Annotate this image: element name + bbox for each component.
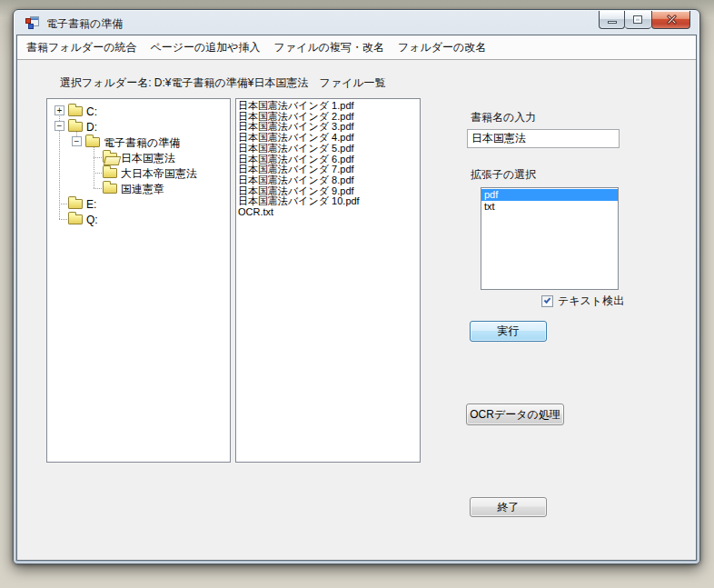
- file-list: 日本国憲法バインダ 1.pdf日本国憲法バインダ 2.pdf日本国憲法バインダ …: [235, 98, 421, 463]
- caption-buttons: [599, 11, 690, 29]
- exit-button[interactable]: 終了: [470, 497, 547, 517]
- book-name-input[interactable]: [467, 129, 620, 148]
- form-client: 書籍フォルダーの統合ページーの追加や挿入ファイルの複写・改名フォルダーの改名 選…: [16, 35, 697, 561]
- tree-node[interactable]: −D:: [47, 119, 230, 135]
- tree-node[interactable]: 日本国憲法: [47, 150, 230, 165]
- tree-node[interactable]: E:: [47, 196, 230, 212]
- folder-icon: [103, 168, 117, 178]
- menu-item[interactable]: ページーの追加や挿入: [144, 36, 265, 59]
- window-title: 電子書籍の準備: [46, 16, 123, 32]
- folder-tree-panel: +C:−D:−電子書籍の準備日本国憲法大日本帝国憲法国連憲章E:Q:: [46, 98, 231, 463]
- folder-icon: [68, 122, 83, 132]
- menu-item[interactable]: 書籍フォルダーの統合: [21, 36, 142, 59]
- folder-icon: [85, 137, 100, 147]
- file-list-item[interactable]: 日本国憲法バインダ 8.pdf: [236, 175, 420, 186]
- folder-icon: [68, 214, 83, 224]
- minimize-icon: [608, 21, 617, 24]
- folder-icon: [103, 184, 117, 194]
- app-icon-titlebar: [31, 17, 38, 20]
- tree-node[interactable]: Q:: [47, 212, 230, 227]
- tree-node-label: 国連憲章: [121, 183, 164, 195]
- menu-bar: 書籍フォルダーの統合ページーの追加や挿入ファイルの複写・改名フォルダーの改名: [17, 35, 696, 60]
- folder-icon: [68, 106, 83, 116]
- folder-icon: [68, 199, 83, 209]
- extension-label: 拡張子の選択: [471, 167, 536, 183]
- ocr-process-button[interactable]: OCRデータの処理: [466, 404, 564, 425]
- text-detect-label: テキスト検出: [558, 294, 624, 309]
- run-button[interactable]: 実行: [470, 321, 547, 342]
- maximize-button[interactable]: [625, 11, 651, 29]
- expand-icon[interactable]: +: [55, 105, 64, 115]
- desktop: { "window": { "title": "電子書籍の準備" }, "men…: [0, 0, 714, 588]
- tree-node-label: Q:: [86, 214, 98, 226]
- selected-folder-label: 選択フォルダー名: D:¥電子書籍の準備¥日本国憲法 ファイル一覧: [60, 75, 386, 91]
- tree-node-label: 電子書籍の準備: [104, 136, 180, 149]
- file-list-item[interactable]: 日本国憲法バインダ 1.pdf: [236, 101, 420, 112]
- title-bar[interactable]: 電子書籍の準備: [14, 10, 699, 35]
- book-name-label: 書籍名の入力: [471, 110, 536, 125]
- tree-node[interactable]: 国連憲章: [47, 181, 230, 196]
- extension-list: pdftxt: [481, 187, 619, 290]
- file-list-item[interactable]: 日本国憲法バインダ 5.pdf: [236, 144, 420, 154]
- text-detect-checkbox[interactable]: テキスト検出: [541, 294, 624, 309]
- collapse-icon[interactable]: −: [55, 121, 64, 131]
- minimize-button[interactable]: [599, 11, 625, 29]
- tree-node[interactable]: +C:: [47, 104, 230, 119]
- open-folder-icon: [103, 153, 117, 163]
- extension-option[interactable]: pdf: [481, 189, 618, 201]
- tree-node-label: 日本国憲法: [121, 152, 175, 164]
- extension-option[interactable]: txt: [481, 201, 618, 213]
- file-list-item[interactable]: OCR.txt: [236, 207, 420, 218]
- app-window: 電子書籍の準備 書籍フォルダーの統合ページーの追加や挿入ファイルの複写・改名フォ…: [13, 9, 700, 564]
- tree-node[interactable]: −電子書籍の準備: [47, 135, 230, 150]
- tree-node-label: E:: [86, 198, 96, 211]
- menu-item[interactable]: フォルダーの改名: [392, 36, 491, 59]
- maximize-icon: [633, 15, 642, 24]
- collapse-icon[interactable]: −: [72, 136, 82, 146]
- check-icon: [544, 296, 551, 304]
- tree-node-label: C:: [86, 105, 97, 118]
- menu-item[interactable]: ファイルの複写・改名: [269, 36, 390, 59]
- close-button[interactable]: [651, 11, 690, 29]
- tree-node[interactable]: 大日本帝国憲法: [47, 165, 230, 181]
- tree-node-label: 大日本帝国憲法: [121, 167, 197, 180]
- app-icon-blue-square: [28, 24, 34, 29]
- app-icon: [25, 15, 39, 29]
- tree-node-label: D:: [86, 121, 97, 134]
- checkbox-box: [541, 295, 553, 307]
